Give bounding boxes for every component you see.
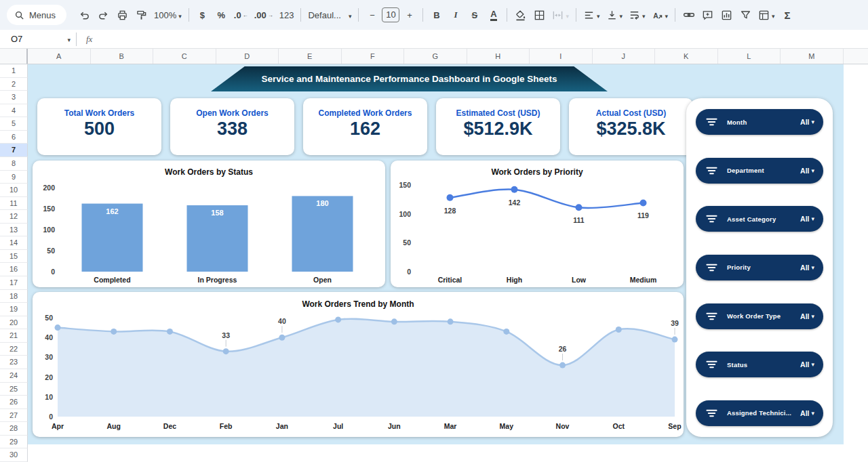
column-header-B[interactable]: B	[91, 49, 154, 64]
row-header-13[interactable]: 13	[0, 224, 28, 237]
borders-button[interactable]	[530, 5, 549, 24]
row-header-1[interactable]: 1	[0, 64, 28, 78]
filter-funnel-icon	[740, 9, 751, 21]
trend-area-chart-card[interactable]: Work Orders Trend by Month 01020304050Ap…	[33, 292, 684, 437]
row-header-9[interactable]: 9	[0, 171, 28, 184]
kpi-card[interactable]: Completed Work Orders 162	[303, 98, 427, 155]
trend-area-chart: 01020304050AprAugDec33Feb40JanJulJunMarM…	[33, 312, 684, 437]
percent-format-button[interactable]: %	[212, 5, 231, 24]
insert-chart-button[interactable]	[717, 5, 736, 24]
table-views-button[interactable]	[755, 5, 778, 24]
formula-input[interactable]	[92, 30, 868, 48]
row-header-5[interactable]: 5	[0, 117, 28, 131]
create-filter-button[interactable]	[736, 5, 755, 24]
row-header-7[interactable]: 7	[0, 144, 28, 157]
horizontal-align-button[interactable]	[580, 5, 603, 24]
strikethrough-button[interactable]: S	[465, 5, 484, 24]
status-bar-chart-card[interactable]: Work Orders by Status 050100150200162Com…	[33, 161, 385, 287]
row-header-21[interactable]: 21	[0, 329, 28, 343]
svg-text:Feb: Feb	[220, 422, 233, 430]
bold-button[interactable]: B	[427, 5, 446, 24]
row-header-19[interactable]: 19	[0, 303, 28, 316]
row-header-15[interactable]: 15	[0, 250, 28, 264]
column-header-F[interactable]: F	[342, 49, 405, 64]
row-header-10[interactable]: 10	[0, 184, 28, 197]
increase-font-size-button[interactable]: +	[400, 5, 418, 24]
column-header-G[interactable]: G	[404, 49, 467, 64]
column-header-C[interactable]: C	[153, 49, 216, 64]
kpi-card[interactable]: Actual Cost (USD) $325.8K	[569, 98, 693, 155]
filter-pill-priority[interactable]: Priority All ▾	[696, 255, 823, 280]
row-header-25[interactable]: 25	[0, 383, 28, 396]
row-header-4[interactable]: 4	[0, 104, 28, 118]
row-header-20[interactable]: 20	[0, 316, 28, 330]
filter-label: Assigned Technici...	[727, 409, 800, 417]
merge-cells-button[interactable]	[549, 5, 572, 24]
undo-button[interactable]	[75, 5, 94, 24]
filter-pill-month[interactable]: Month All ▾	[696, 109, 823, 135]
kpi-card[interactable]: Open Work Orders 338	[170, 98, 294, 155]
row-header-3[interactable]: 3	[0, 91, 28, 104]
column-header-L[interactable]: L	[718, 49, 781, 64]
more-formats-button[interactable]: 123	[277, 5, 297, 24]
row-header-22[interactable]: 22	[0, 343, 28, 356]
column-header-M[interactable]: M	[781, 49, 844, 64]
text-color-button[interactable]: A	[484, 5, 502, 24]
filter-pill-assigned-technici[interactable]: Assigned Technici... All ▾	[696, 400, 823, 426]
column-header-H[interactable]: H	[467, 49, 530, 64]
row-header-27[interactable]: 27	[0, 409, 28, 423]
decrease-decimal-button[interactable]: .0←	[231, 5, 251, 24]
paint-format-button[interactable]	[132, 5, 151, 24]
insert-comment-button[interactable]	[698, 5, 717, 24]
filter-lines-icon	[705, 263, 718, 272]
row-header-6[interactable]: 6	[0, 131, 28, 144]
filter-pill-status[interactable]: Status All ▾	[696, 352, 823, 377]
row-header-26[interactable]: 26	[0, 396, 28, 409]
priority-line-chart-card[interactable]: Work Orders by Priority 050100150128Crit…	[391, 161, 684, 287]
filter-pill-asset-category[interactable]: Asset Category All ▾	[696, 206, 823, 232]
font-size-input[interactable]: 10	[382, 7, 399, 22]
svg-text:Dec: Dec	[163, 422, 176, 430]
row-header-23[interactable]: 23	[0, 356, 28, 369]
column-header-E[interactable]: E	[279, 49, 342, 64]
row-header-18[interactable]: 18	[0, 290, 28, 303]
name-box[interactable]: O7	[0, 30, 71, 48]
decrease-font-size-button[interactable]: −	[363, 5, 381, 24]
functions-button[interactable]: Σ	[778, 5, 797, 24]
insert-link-button[interactable]	[679, 5, 698, 24]
text-wrap-button[interactable]	[626, 5, 648, 24]
font-select[interactable]: Defaul...	[305, 5, 354, 24]
row-header-14[interactable]: 14	[0, 236, 28, 250]
row-header-16[interactable]: 16	[0, 263, 28, 276]
zoom-select[interactable]: 100%	[151, 5, 184, 24]
row-header-17[interactable]: 17	[0, 276, 28, 290]
row-header-28[interactable]: 28	[0, 422, 28, 436]
kpi-card[interactable]: Estimated Cost (USD) $512.9K	[436, 98, 560, 155]
row-header-29[interactable]: 29	[0, 436, 28, 449]
kpi-card[interactable]: Total Work Orders 500	[37, 98, 161, 155]
row-header-12[interactable]: 12	[0, 210, 28, 224]
menus-search[interactable]: Menus	[7, 5, 66, 25]
text-rotation-button[interactable]: A	[649, 5, 671, 24]
column-header-D[interactable]: D	[216, 49, 279, 64]
row-header-2[interactable]: 2	[0, 78, 28, 91]
column-header-K[interactable]: K	[655, 49, 718, 64]
filter-pill-department[interactable]: Department All ▾	[696, 158, 823, 184]
row-header-8[interactable]: 8	[0, 157, 28, 171]
column-header-J[interactable]: J	[593, 49, 656, 64]
column-header-A[interactable]: A	[28, 49, 91, 64]
row-header-24[interactable]: 24	[0, 369, 28, 383]
filter-pill-work-order-type[interactable]: Work Order Type All ▾	[696, 303, 823, 329]
redo-button[interactable]	[94, 5, 113, 24]
italic-button[interactable]: I	[446, 5, 465, 24]
vertical-align-button[interactable]	[604, 5, 626, 24]
increase-decimal-button[interactable]: .00→	[252, 5, 276, 24]
currency-format-button[interactable]: $	[193, 5, 212, 24]
column-header-I[interactable]: I	[530, 49, 593, 64]
select-all-corner[interactable]	[0, 49, 28, 64]
filter-value: All	[800, 118, 809, 126]
row-header-11[interactable]: 11	[0, 197, 28, 211]
print-button[interactable]	[113, 5, 132, 24]
fill-color-button[interactable]	[511, 5, 530, 24]
row-header-30[interactable]: 30	[0, 448, 28, 462]
